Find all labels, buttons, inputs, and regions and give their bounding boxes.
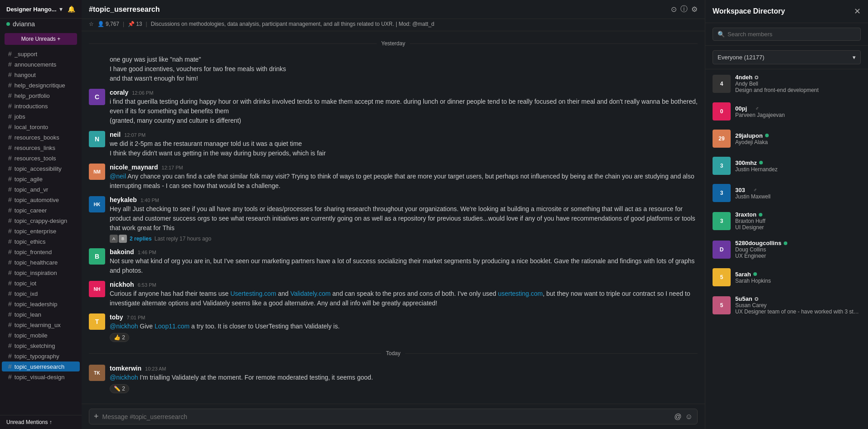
sidebar-item-announcements[interactable]: #announcements bbox=[2, 59, 80, 69]
channel-label: topic_automotive bbox=[15, 197, 59, 203]
channel-label: topic_enterprise bbox=[15, 228, 57, 235]
message-text: @nickhoh I'm trialling Validately at the… bbox=[110, 373, 698, 382]
thread-replies[interactable]: A B 2 replies Last reply 17 hours ago bbox=[110, 235, 698, 243]
sidebar-item-topic_learning_ux[interactable]: #topic_learning_ux bbox=[2, 320, 80, 330]
member-item[interactable]: D 5280dougcollins Doug Collins UX Engine… bbox=[705, 235, 868, 264]
member-description: UX Engineer bbox=[735, 253, 861, 259]
sidebar-workspace[interactable]: Designer Hango... ▾ bbox=[6, 5, 63, 13]
member-item[interactable]: 3 303 ♂ Justin Maxwell bbox=[705, 179, 868, 207]
sidebar-item-resources_tools[interactable]: #resources_tools bbox=[2, 153, 80, 163]
link-loop11[interactable]: Loop11.com bbox=[155, 323, 189, 330]
member-item[interactable]: 5 5u5an Susan Carey UX Designer team of … bbox=[705, 291, 868, 319]
message-text: one guy was just like "nah mate" bbox=[110, 55, 698, 64]
pin-icon: 📌 bbox=[128, 21, 135, 27]
emoji-icon[interactable]: ☺ bbox=[685, 413, 693, 421]
reaction[interactable]: ✏️ 2 bbox=[110, 382, 698, 393]
star-icon[interactable]: ☆ bbox=[89, 21, 94, 27]
hash-icon: # bbox=[8, 154, 12, 162]
sidebar-item-topic_agile[interactable]: #topic_agile bbox=[2, 174, 80, 184]
sidebar-item-hangout[interactable]: #hangout bbox=[2, 70, 80, 80]
member-item[interactable]: 29 29jalupon Ayodeji Alaka bbox=[705, 125, 868, 152]
sidebar-item-local_toronto[interactable]: #local_toronto bbox=[2, 122, 80, 132]
reply-avatar: A bbox=[110, 235, 118, 243]
magnify-icon[interactable]: ⊙ bbox=[671, 5, 677, 14]
hash-icon: # bbox=[8, 134, 12, 141]
channel-label: topic_agile bbox=[15, 176, 43, 183]
more-unreads-button[interactable]: More Unreads + bbox=[5, 33, 77, 45]
sidebar-item-help_designcritique[interactable]: #help_designcritique bbox=[2, 80, 80, 90]
member-search-input[interactable] bbox=[727, 31, 856, 38]
add-message-icon[interactable]: + bbox=[94, 412, 99, 421]
reaction[interactable]: 👍 2 bbox=[110, 331, 698, 342]
at-icon[interactable]: @ bbox=[674, 413, 681, 421]
message-author: bakoind bbox=[110, 248, 134, 255]
hash-icon: # bbox=[8, 102, 12, 110]
member-display-name: Doug Collins bbox=[735, 246, 861, 253]
hash-icon: # bbox=[8, 300, 12, 308]
message-time: 7:01 PM bbox=[127, 315, 145, 320]
sidebar-item-topic_ethics[interactable]: #topic_ethics bbox=[2, 236, 80, 246]
sidebar-item-_support[interactable]: #_support bbox=[2, 49, 80, 59]
sidebar-item-topic_enterprise[interactable]: #topic_enterprise bbox=[2, 226, 80, 236]
sidebar: Designer Hango... ▾ 🔔 dvianna More Unrea… bbox=[0, 0, 82, 429]
link-usertesting2[interactable]: usertesting.com bbox=[498, 290, 543, 297]
member-status-dot bbox=[747, 188, 751, 192]
sidebar-item-topic_lean[interactable]: #topic_lean bbox=[2, 309, 80, 319]
sidebar-item-topic_healthcare[interactable]: #topic_healthcare bbox=[2, 257, 80, 267]
member-item[interactable]: 5 5arah Sarah Hopkins bbox=[705, 264, 868, 291]
sidebar-item-topic_iot[interactable]: #topic_iot bbox=[2, 278, 80, 288]
link-usertesting[interactable]: Usertesting.com bbox=[230, 290, 276, 297]
sidebar-item-resources_links[interactable]: #resources_links bbox=[2, 143, 80, 153]
member-display-name: Justin Maxwell bbox=[735, 193, 861, 200]
link-validately[interactable]: Validately.com bbox=[290, 290, 330, 297]
unread-mentions-button[interactable]: Unread Mentions ↑ bbox=[6, 419, 75, 425]
message-input[interactable] bbox=[102, 413, 671, 420]
chat-messages: Yesterday one guy was just like "nah mat… bbox=[82, 31, 705, 404]
settings-icon[interactable]: ⚙ bbox=[691, 5, 698, 14]
sidebar-item-topic_and_vr[interactable]: #topic_and_vr bbox=[2, 184, 80, 194]
member-avatar: 3 bbox=[713, 212, 731, 230]
hash-icon: # bbox=[8, 259, 12, 266]
channel-label: topic_learning_ux bbox=[15, 322, 61, 328]
sidebar-item-topic_automotive[interactable]: #topic_automotive bbox=[2, 195, 80, 205]
message-time: 12:17 PM bbox=[162, 165, 183, 170]
close-icon[interactable]: ✕ bbox=[854, 6, 861, 16]
message-header: nicole_maynard 12:17 PM bbox=[110, 164, 698, 171]
member-item[interactable]: 4 4ndeh Andy Bell Design and front-end d… bbox=[705, 69, 868, 98]
hash-icon: # bbox=[8, 227, 12, 235]
hash-icon: # bbox=[8, 290, 12, 297]
hash-icon: # bbox=[8, 280, 12, 287]
sidebar-item-introductions[interactable]: #introductions bbox=[2, 101, 80, 111]
sidebar-item-topic_mobile[interactable]: #topic_mobile bbox=[2, 330, 80, 340]
sidebar-item-topic_crappy-design[interactable]: #topic_crappy-design bbox=[2, 216, 80, 226]
member-item[interactable]: 3 300mhz Justin Hernandez bbox=[705, 152, 868, 179]
bell-icon[interactable]: 🔔 bbox=[68, 5, 75, 13]
sidebar-item-help_portfolio[interactable]: #help_portfolio bbox=[2, 91, 80, 101]
sidebar-item-topic_inspiration[interactable]: #topic_inspiration bbox=[2, 268, 80, 278]
sidebar-item-topic_career[interactable]: #topic_career bbox=[2, 205, 80, 215]
member-display-name: Ayodeji Alaka bbox=[735, 139, 861, 145]
sidebar-item-jobs[interactable]: #jobs bbox=[2, 111, 80, 121]
sidebar-item-topic_frontend[interactable]: #topic_frontend bbox=[2, 247, 80, 257]
channel-label: _support bbox=[15, 51, 38, 58]
filter-dropdown[interactable]: Everyone (12177) ▾ bbox=[713, 50, 861, 64]
sidebar-item-resources_books[interactable]: #resources_books bbox=[2, 132, 80, 142]
sidebar-item-topic_accessibility[interactable]: #topic_accessibility bbox=[2, 164, 80, 174]
sidebar-item-topic_ixd[interactable]: #topic_ixd bbox=[2, 289, 80, 299]
workspace-directory-panel: Workspace Directory ✕ 🔍 Everyone (12177)… bbox=[705, 0, 868, 429]
info-icon[interactable]: ⓘ bbox=[680, 5, 688, 14]
member-item[interactable]: 3 3raxton Braxton Huff UI Designer bbox=[705, 207, 868, 235]
member-display-name: Sarah Hopkins bbox=[735, 278, 861, 284]
channel-label: topic_frontend bbox=[15, 249, 52, 255]
member-username: 5arah bbox=[735, 271, 751, 278]
header-icons: ⊙ ⓘ ⚙ bbox=[671, 5, 698, 14]
member-item[interactable]: 0 00pj ♂ Parveen Jagajeevan bbox=[705, 98, 868, 125]
message-content: coraly 12:06 PM i find that guerilla tes… bbox=[110, 89, 698, 125]
message-group: HK heykaleb 1:40 PM Hey all! Just checki… bbox=[82, 193, 705, 246]
sidebar-item-topic_visual-design[interactable]: #topic_visual-design bbox=[2, 372, 80, 382]
sidebar-item-topic_sketching[interactable]: #topic_sketching bbox=[2, 341, 80, 351]
member-username: 5u5an bbox=[735, 295, 752, 302]
sidebar-item-topic_userresearch[interactable]: #topic_userresearch bbox=[2, 362, 80, 371]
sidebar-item-topic_leadership[interactable]: #topic_leadership bbox=[2, 299, 80, 309]
sidebar-item-topic_typography[interactable]: #topic_typography bbox=[2, 351, 80, 361]
